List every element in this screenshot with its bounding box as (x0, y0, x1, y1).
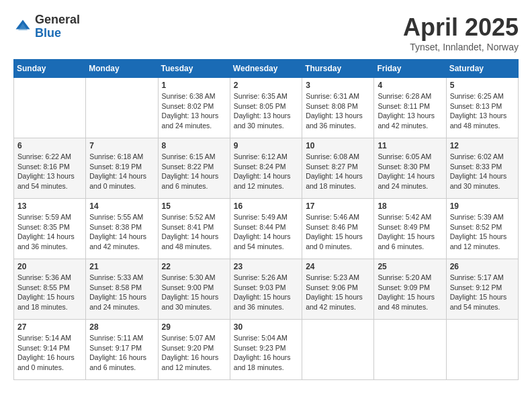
day-info: Sunrise: 5:42 AM Sunset: 8:49 PM Dayligh… (378, 212, 442, 252)
calendar-cell (86, 78, 158, 138)
day-number: 19 (450, 201, 515, 211)
day-info: Sunrise: 6:05 AM Sunset: 8:30 PM Dayligh… (378, 152, 442, 191)
logo-icon (13, 17, 32, 36)
calendar-cell: 15Sunrise: 5:52 AM Sunset: 8:41 PM Dayli… (158, 199, 230, 259)
header-day-wednesday: Wednesday (230, 60, 302, 78)
day-number: 17 (306, 201, 370, 211)
day-info: Sunrise: 6:15 AM Sunset: 8:22 PM Dayligh… (162, 152, 226, 191)
calendar-cell: 28Sunrise: 5:11 AM Sunset: 9:17 PM Dayli… (86, 320, 158, 380)
day-number: 30 (234, 322, 298, 332)
day-number: 12 (450, 141, 515, 150)
calendar-cell: 7Sunrise: 6:18 AM Sunset: 8:19 PM Daylig… (86, 138, 158, 199)
day-number: 15 (162, 201, 226, 211)
day-info: Sunrise: 5:23 AM Sunset: 9:06 PM Dayligh… (306, 273, 370, 312)
day-info: Sunrise: 5:49 AM Sunset: 8:44 PM Dayligh… (234, 212, 298, 252)
title-block: April 2025 Tynset, Innlandet, Norway (403, 13, 519, 52)
day-number: 24 (306, 262, 370, 271)
calendar-cell: 11Sunrise: 6:05 AM Sunset: 8:30 PM Dayli… (374, 138, 446, 199)
day-number: 22 (162, 262, 226, 271)
calendar-cell: 26Sunrise: 5:17 AM Sunset: 9:12 PM Dayli… (446, 259, 518, 320)
calendar-cell: 23Sunrise: 5:26 AM Sunset: 9:03 PM Dayli… (230, 259, 302, 320)
calendar-week-1: 6Sunrise: 6:22 AM Sunset: 8:16 PM Daylig… (14, 138, 519, 199)
calendar-table: SundayMondayTuesdayWednesdayThursdayFrid… (13, 59, 519, 380)
calendar-cell: 24Sunrise: 5:23 AM Sunset: 9:06 PM Dayli… (302, 259, 374, 320)
header-day-friday: Friday (374, 60, 446, 78)
day-number: 14 (89, 201, 154, 211)
header-day-saturday: Saturday (446, 60, 518, 78)
day-number: 2 (234, 81, 298, 90)
calendar-cell: 22Sunrise: 5:30 AM Sunset: 9:00 PM Dayli… (158, 259, 230, 320)
day-info: Sunrise: 5:36 AM Sunset: 8:55 PM Dayligh… (17, 273, 82, 312)
day-info: Sunrise: 6:08 AM Sunset: 8:27 PM Dayligh… (306, 152, 370, 191)
logo-general-text: General (35, 13, 80, 27)
day-info: Sunrise: 5:55 AM Sunset: 8:38 PM Dayligh… (89, 212, 154, 252)
calendar-cell: 21Sunrise: 5:33 AM Sunset: 8:58 PM Dayli… (86, 259, 158, 320)
day-info: Sunrise: 5:17 AM Sunset: 9:12 PM Dayligh… (450, 273, 515, 312)
day-number: 18 (378, 201, 442, 211)
day-number: 11 (378, 141, 442, 150)
calendar-cell: 29Sunrise: 5:07 AM Sunset: 9:20 PM Dayli… (158, 320, 230, 380)
day-info: Sunrise: 5:33 AM Sunset: 8:58 PM Dayligh… (89, 273, 154, 312)
calendar-cell: 19Sunrise: 5:39 AM Sunset: 8:52 PM Dayli… (446, 199, 518, 259)
calendar-cell: 27Sunrise: 5:14 AM Sunset: 9:14 PM Dayli… (14, 320, 86, 380)
calendar-cell: 17Sunrise: 5:46 AM Sunset: 8:46 PM Dayli… (302, 199, 374, 259)
day-info: Sunrise: 6:02 AM Sunset: 8:33 PM Dayligh… (450, 152, 515, 191)
day-info: Sunrise: 6:22 AM Sunset: 8:16 PM Dayligh… (17, 152, 82, 191)
page-header: General Blue April 2025 Tynset, Innlande… (13, 13, 519, 52)
calendar-cell (446, 320, 518, 380)
calendar-week-2: 13Sunrise: 5:59 AM Sunset: 8:35 PM Dayli… (14, 199, 519, 259)
day-number: 28 (89, 322, 154, 332)
calendar-cell: 4Sunrise: 6:28 AM Sunset: 8:11 PM Daylig… (374, 78, 446, 138)
calendar-cell: 10Sunrise: 6:08 AM Sunset: 8:27 PM Dayli… (302, 138, 374, 199)
day-info: Sunrise: 6:31 AM Sunset: 8:08 PM Dayligh… (306, 91, 370, 131)
day-info: Sunrise: 5:30 AM Sunset: 9:00 PM Dayligh… (162, 273, 226, 312)
day-info: Sunrise: 5:52 AM Sunset: 8:41 PM Dayligh… (162, 212, 226, 252)
calendar-cell (302, 320, 374, 380)
day-info: Sunrise: 5:39 AM Sunset: 8:52 PM Dayligh… (450, 212, 515, 252)
day-number: 7 (89, 141, 154, 150)
calendar-week-4: 27Sunrise: 5:14 AM Sunset: 9:14 PM Dayli… (14, 320, 519, 380)
calendar-cell: 14Sunrise: 5:55 AM Sunset: 8:38 PM Dayli… (86, 199, 158, 259)
day-info: Sunrise: 5:26 AM Sunset: 9:03 PM Dayligh… (234, 273, 298, 312)
header-day-thursday: Thursday (302, 60, 374, 78)
calendar-cell: 5Sunrise: 6:25 AM Sunset: 8:13 PM Daylig… (446, 78, 518, 138)
day-number: 23 (234, 262, 298, 271)
calendar-cell: 12Sunrise: 6:02 AM Sunset: 8:33 PM Dayli… (446, 138, 518, 199)
logo-blue-text: Blue (35, 27, 80, 40)
day-number: 8 (162, 141, 226, 150)
calendar-cell (14, 78, 86, 138)
calendar-week-3: 20Sunrise: 5:36 AM Sunset: 8:55 PM Dayli… (14, 259, 519, 320)
day-number: 27 (17, 322, 82, 332)
calendar-cell (374, 320, 446, 380)
day-number: 20 (17, 262, 82, 271)
day-info: Sunrise: 5:20 AM Sunset: 9:09 PM Dayligh… (378, 273, 442, 312)
day-number: 16 (234, 201, 298, 211)
day-info: Sunrise: 6:18 AM Sunset: 8:19 PM Dayligh… (89, 152, 154, 191)
calendar-title: April 2025 (403, 13, 519, 42)
day-number: 25 (378, 262, 442, 271)
header-day-monday: Monday (86, 60, 158, 78)
day-number: 26 (450, 262, 515, 271)
calendar-header: SundayMondayTuesdayWednesdayThursdayFrid… (14, 60, 519, 78)
day-info: Sunrise: 6:35 AM Sunset: 8:05 PM Dayligh… (234, 91, 298, 131)
calendar-cell: 16Sunrise: 5:49 AM Sunset: 8:44 PM Dayli… (230, 199, 302, 259)
day-number: 10 (306, 141, 370, 150)
calendar-cell: 25Sunrise: 5:20 AM Sunset: 9:09 PM Dayli… (374, 259, 446, 320)
calendar-cell: 2Sunrise: 6:35 AM Sunset: 8:05 PM Daylig… (230, 78, 302, 138)
day-info: Sunrise: 5:59 AM Sunset: 8:35 PM Dayligh… (17, 212, 82, 252)
day-number: 3 (306, 81, 370, 90)
calendar-cell: 18Sunrise: 5:42 AM Sunset: 8:49 PM Dayli… (374, 199, 446, 259)
calendar-cell: 9Sunrise: 6:12 AM Sunset: 8:24 PM Daylig… (230, 138, 302, 199)
calendar-cell: 8Sunrise: 6:15 AM Sunset: 8:22 PM Daylig… (158, 138, 230, 199)
day-info: Sunrise: 5:07 AM Sunset: 9:20 PM Dayligh… (162, 333, 226, 373)
calendar-week-0: 1Sunrise: 6:38 AM Sunset: 8:02 PM Daylig… (14, 78, 519, 138)
day-info: Sunrise: 5:46 AM Sunset: 8:46 PM Dayligh… (306, 212, 370, 252)
day-info: Sunrise: 6:28 AM Sunset: 8:11 PM Dayligh… (378, 91, 442, 131)
logo: General Blue (13, 13, 80, 40)
calendar-cell: 3Sunrise: 6:31 AM Sunset: 8:08 PM Daylig… (302, 78, 374, 138)
header-day-tuesday: Tuesday (158, 60, 230, 78)
day-number: 5 (450, 81, 515, 90)
calendar-location: Tynset, Innlandet, Norway (403, 42, 519, 52)
day-info: Sunrise: 5:11 AM Sunset: 9:17 PM Dayligh… (89, 333, 154, 373)
day-number: 1 (162, 81, 226, 90)
